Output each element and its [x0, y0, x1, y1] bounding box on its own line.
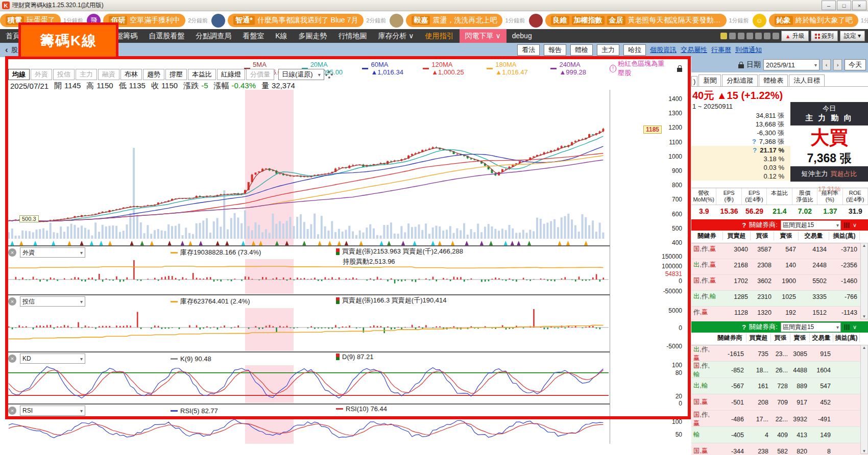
sidebar-tab-法人目標[interactable]: 法人目標	[789, 74, 825, 86]
sidebar-tab-分點追蹤[interactable]: 分點追蹤	[722, 74, 758, 86]
tab-外資[interactable]: 外資	[31, 69, 52, 80]
chat-bubble[interactable]: 鈊象終於輪到大象了吧	[769, 14, 858, 27]
sidebar-tab-)[interactable]: )	[691, 76, 697, 86]
tray-icon-notes[interactable]	[773, 33, 779, 39]
chevron-down-icon: ▾	[814, 62, 817, 68]
buy-filter-select[interactable]: 區間買超15▾	[781, 220, 841, 230]
question-icon[interactable]: ?	[753, 146, 757, 154]
menu-item-inventory-analysis[interactable]: 庫存分析 ∨	[372, 29, 419, 43]
lock-icon[interactable]	[738, 64, 744, 68]
tab-融資[interactable]: 融資	[98, 69, 119, 80]
date-next-button[interactable]: ›	[833, 59, 842, 70]
menu-item-flash-order[interactable]: 閃電下單 ∨	[460, 29, 507, 43]
scrollbar[interactable]: ▲▼	[860, 243, 868, 319]
scrollbar[interactable]: ▲▼	[860, 345, 868, 454]
broker-row[interactable]: 出,作,赢-161573523...3085915	[691, 345, 868, 362]
tab-布林[interactable]: 布林	[120, 69, 142, 80]
broker-row[interactable]: 国,赢-501208709917452	[691, 394, 868, 411]
button-checkin[interactable]: 簽到	[811, 31, 838, 41]
broker-row[interactable]: 作,赢112813201921512-1143	[691, 307, 868, 322]
broker-row[interactable]: 出,作,輸1285231010253335-766	[691, 291, 868, 307]
menu-item-market-map[interactable]: 行情地圖	[332, 29, 372, 43]
minimize-button[interactable]: –	[822, 1, 836, 10]
stock-link-行事曆[interactable]: 行事曆	[711, 45, 731, 55]
stock-link-到價通知[interactable]: 到價通知	[735, 45, 762, 55]
grid-view-icon[interactable]	[844, 324, 850, 330]
tab-撐壓[interactable]: 撐壓	[165, 69, 187, 80]
menu-item-viewing-room[interactable]: 看盤室	[237, 29, 270, 43]
button-upgrade[interactable]: ▲升級	[781, 31, 809, 41]
tab-紅綠燈[interactable]: 紅綠燈	[217, 69, 245, 80]
panel-chart-kd[interactable]	[7, 365, 609, 403]
close-icon[interactable]: ×	[8, 355, 16, 363]
restore-button[interactable]: □	[837, 1, 851, 10]
close-button[interactable]: ×	[852, 1, 866, 10]
chat-bubble[interactable]: 良維加權指數金居黃老照每天都說隔天要發動…	[545, 14, 727, 27]
stock-action-主力[interactable]: 主力	[597, 44, 619, 56]
tray-icon-notify[interactable]	[720, 33, 727, 39]
tray-icon-mic[interactable]	[746, 33, 753, 39]
gear-icon[interactable]	[325, 71, 333, 79]
date-input[interactable]: 2025/9/11 ▾	[763, 59, 819, 70]
tab-均線[interactable]: 均線	[8, 69, 30, 80]
stock-action-哈拉[interactable]: 哈拉	[623, 44, 646, 56]
date-prev-button[interactable]: ‹	[822, 59, 831, 70]
stock-link-個股資訊[interactable]: 個股資訊	[650, 45, 677, 55]
stock-action-看法[interactable]: 看法	[517, 44, 540, 56]
stock-action-報告[interactable]: 報告	[544, 44, 566, 56]
tray-icon-sound[interactable]	[729, 33, 736, 39]
tab-趨勢[interactable]: 趨勢	[143, 69, 164, 80]
period-select[interactable]: 日線(還原)▾	[278, 69, 324, 80]
menu-item-kline[interactable]: K線	[270, 29, 293, 43]
tray-icon-stats[interactable]	[755, 33, 762, 39]
panel-separator	[7, 294, 610, 295]
broker-row[interactable]: 輸-4054409413149	[691, 427, 868, 443]
tray-icon-window[interactable]	[764, 33, 770, 39]
chat-bubble[interactable]: 智通*什麼鳥事都讓我遇到了 Blue 7月	[228, 14, 364, 27]
panel-indicator-select[interactable]: 外資▾	[20, 247, 85, 258]
stock-link-交易屬性[interactable]: 交易屬性	[681, 45, 707, 55]
menu-item-watchlist-board[interactable]: 自選股看盤	[143, 29, 190, 43]
sidebar-tab-體檢表[interactable]: 體檢表	[759, 74, 788, 86]
back-arrow-icon[interactable]: ‹	[5, 45, 8, 55]
menu-item-multi-chart[interactable]: 多圖走勢	[293, 29, 332, 43]
close-icon[interactable]: ×	[8, 248, 16, 257]
broker-tags-cell: 国,赢	[691, 398, 714, 407]
panel-indicator-select[interactable]: RSI▾	[20, 406, 85, 416]
menu-item-debug[interactable]: debug	[507, 29, 538, 43]
broker-row[interactable]: 国,作,赢1702360219005502-1460	[691, 275, 868, 291]
candlestick-chart[interactable]	[7, 90, 609, 246]
menu-item-user-guide[interactable]: 使用指引	[420, 29, 460, 43]
panel-chart-trust[interactable]	[7, 308, 609, 351]
close-icon[interactable]: ×	[8, 407, 16, 415]
tab-投信[interactable]: 投信	[53, 69, 75, 80]
broker-row[interactable]: 国,作,赢-48617...22...3932-491	[691, 411, 868, 427]
tray-icon-headset[interactable]	[738, 33, 744, 39]
buy-broker-filterbar: ? 關鍵券商: 區間買超15▾ ∨	[691, 219, 868, 231]
button-settings[interactable]: 設定 ▾	[840, 31, 865, 41]
panel-indicator-select[interactable]: KD▾	[20, 353, 85, 364]
collapse-icon[interactable]: ∨	[853, 324, 857, 331]
menu-item-branch-bureau[interactable]: 分點調查局	[190, 29, 237, 43]
sell-filter-select[interactable]: 區間賣超15▾	[781, 322, 841, 332]
stock-action-體檢[interactable]: 體檢	[570, 44, 593, 56]
tab-分價量[interactable]: 分價量	[246, 69, 274, 80]
grid-view-icon[interactable]	[844, 222, 850, 228]
panel-chart-rsi[interactable]	[7, 417, 609, 444]
broker-row[interactable]: 出,作,赢216823081402448-2356	[691, 259, 868, 275]
tab-本益比[interactable]: 本益比	[188, 69, 216, 80]
today-button[interactable]: 今天	[845, 59, 866, 70]
question-icon[interactable]: ?	[752, 138, 756, 145]
chat-bubble[interactable]: 毅嘉震盪，洗洗再北上吧	[406, 14, 502, 27]
broker-value-cell: -1460	[829, 277, 860, 285]
sidebar-tab-新聞[interactable]: 新聞	[698, 74, 721, 86]
panel-chart-foreign[interactable]	[7, 259, 609, 294]
panel-indicator-select[interactable]: 投信▾	[20, 296, 85, 307]
close-icon[interactable]: ×	[8, 297, 16, 306]
broker-row[interactable]: 国,作,赢304035875474134-3710	[691, 243, 868, 259]
broker-row[interactable]: 国,赢-3442385828208	[691, 443, 868, 455]
broker-row[interactable]: 出,輸-567161728889547	[691, 378, 868, 394]
broker-row[interactable]: 国,作,輸-85218...26...44881604	[691, 362, 868, 378]
collapse-icon[interactable]: ∨	[853, 222, 857, 229]
tab-主力[interactable]: 主力	[76, 69, 97, 80]
